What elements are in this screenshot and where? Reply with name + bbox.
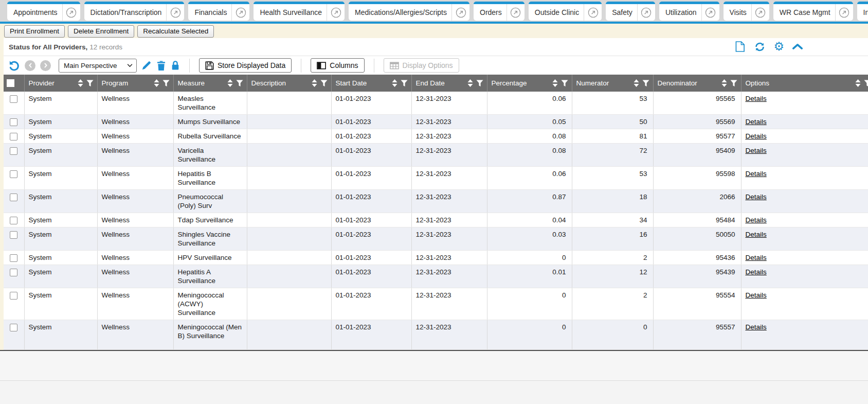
next-icon[interactable] — [40, 60, 51, 71]
details-link[interactable]: Details — [746, 268, 767, 276]
sort-icon[interactable] — [392, 79, 397, 87]
collapse-chevron-up-icon[interactable] — [792, 41, 803, 52]
open-in-new-window-icon[interactable] — [232, 7, 249, 18]
select-all-checkbox[interactable] — [7, 79, 14, 87]
row-checkbox[interactable] — [10, 95, 17, 103]
sort-icon[interactable] — [312, 79, 317, 87]
filter-funnel-icon[interactable] — [401, 80, 408, 87]
sort-icon[interactable] — [552, 79, 558, 87]
gear-icon[interactable]: ⚙ — [773, 41, 784, 52]
column-header[interactable]: Program — [97, 75, 173, 92]
sort-icon[interactable] — [721, 79, 727, 87]
display-options-button[interactable]: Display Options — [384, 58, 459, 73]
open-in-new-window-icon[interactable] — [702, 7, 719, 18]
details-link[interactable]: Details — [746, 132, 767, 140]
row-checkbox[interactable] — [10, 170, 17, 178]
column-header[interactable]: Denominator — [653, 75, 741, 92]
delete-enrollment-button[interactable]: Delete Enrollment — [68, 25, 134, 38]
lock-icon[interactable] — [171, 60, 180, 71]
details-link[interactable]: Details — [746, 323, 767, 331]
details-link[interactable]: Details — [746, 118, 767, 126]
sort-icon[interactable] — [227, 79, 233, 87]
details-link[interactable]: Details — [746, 291, 767, 299]
filter-funnel-icon[interactable] — [236, 80, 243, 87]
column-header[interactable]: Provider — [24, 75, 97, 92]
cell-checkbox — [4, 265, 24, 288]
module-tab[interactable]: Outside Clinic — [529, 2, 602, 21]
module-tab[interactable]: Dictation/Transcription — [84, 2, 185, 21]
filter-funnel-icon[interactable] — [561, 80, 568, 87]
details-link[interactable]: Details — [746, 231, 767, 238]
sort-icon[interactable] — [78, 79, 83, 87]
module-tab[interactable]: Safety — [606, 2, 655, 21]
display-options-label: Display Options — [403, 61, 453, 69]
column-header[interactable]: Measure — [173, 75, 247, 92]
row-checkbox[interactable] — [10, 194, 17, 201]
module-tab[interactable]: WR Case Mgmt — [773, 2, 853, 21]
module-tab[interactable]: Utilization — [659, 2, 719, 21]
row-checkbox[interactable] — [10, 118, 17, 126]
column-header[interactable]: Start Date — [331, 75, 411, 92]
open-in-new-window-icon[interactable] — [63, 7, 80, 18]
module-tab[interactable]: Orders — [474, 2, 525, 21]
open-in-new-window-icon[interactable] — [452, 7, 469, 18]
cell-options: Details — [741, 115, 868, 129]
filter-funnel-icon[interactable] — [476, 80, 483, 87]
row-checkbox[interactable] — [10, 147, 17, 155]
sort-icon[interactable] — [634, 79, 639, 87]
filter-funnel-icon[interactable] — [320, 80, 328, 87]
store-displayed-data-button[interactable]: Store Displayed Data — [199, 58, 292, 73]
module-tab[interactable]: Industrial H — [857, 2, 868, 21]
filter-funnel-icon[interactable] — [162, 80, 170, 87]
horizontal-scroll-area[interactable] — [0, 350, 868, 381]
filter-funnel-icon[interactable] — [730, 80, 737, 87]
row-checkbox[interactable] — [10, 269, 17, 276]
row-checkbox[interactable] — [10, 133, 17, 140]
row-checkbox[interactable] — [10, 217, 17, 224]
column-header[interactable]: End Date — [411, 75, 487, 92]
previous-icon[interactable] — [25, 60, 35, 71]
details-link[interactable]: Details — [746, 193, 767, 201]
details-link[interactable]: Details — [746, 95, 767, 102]
row-checkbox[interactable] — [10, 254, 17, 262]
row-checkbox[interactable] — [10, 231, 17, 239]
details-link[interactable]: Details — [746, 170, 767, 178]
open-in-new-window-icon[interactable] — [584, 7, 602, 18]
open-in-new-window-icon[interactable] — [638, 7, 655, 18]
edit-pencil-icon[interactable] — [141, 60, 152, 71]
perspective-select[interactable]: Main Perspective — [59, 59, 137, 73]
open-in-new-window-icon[interactable] — [836, 7, 853, 18]
module-tab[interactable]: Medications/Allergies/Scripts — [349, 2, 469, 21]
sort-icon[interactable] — [154, 79, 159, 87]
row-checkbox[interactable] — [10, 292, 17, 300]
undo-icon[interactable] — [8, 60, 20, 72]
details-link[interactable]: Details — [746, 147, 767, 154]
refresh-icon[interactable] — [754, 41, 765, 52]
open-in-new-window-icon[interactable] — [327, 7, 345, 18]
module-tab[interactable]: Health Surveillance — [254, 2, 345, 21]
row-checkbox[interactable] — [10, 324, 17, 331]
column-header[interactable]: Description — [247, 75, 331, 92]
sort-icon[interactable] — [855, 79, 861, 87]
column-header[interactable]: Percentage — [487, 75, 572, 92]
delete-trash-icon[interactable] — [156, 60, 166, 71]
table-row: System Wellness Mumps Surveillance 01-01… — [4, 115, 868, 129]
print-enrollment-button[interactable]: Print Enrollment — [4, 25, 65, 38]
filter-funnel-icon[interactable] — [86, 80, 94, 87]
open-in-new-window-icon[interactable] — [752, 7, 769, 18]
module-tab[interactable]: Financials — [188, 2, 249, 21]
column-header[interactable]: Options — [741, 75, 868, 92]
module-tab[interactable]: Appointments — [7, 2, 80, 21]
sort-icon[interactable] — [467, 79, 473, 87]
open-in-new-window-icon[interactable] — [507, 7, 525, 18]
open-in-new-window-icon[interactable] — [167, 7, 184, 18]
columns-button[interactable]: Columns — [311, 58, 364, 73]
column-header[interactable]: Numerator — [572, 75, 653, 92]
new-document-icon[interactable] — [735, 41, 746, 52]
module-tab[interactable]: Visits — [724, 2, 769, 21]
details-link[interactable]: Details — [746, 216, 767, 224]
filter-funnel-icon[interactable] — [864, 80, 868, 87]
filter-funnel-icon[interactable] — [642, 80, 649, 87]
recalculate-selected-button[interactable]: Recalculate Selected — [137, 25, 214, 38]
details-link[interactable]: Details — [746, 254, 767, 261]
